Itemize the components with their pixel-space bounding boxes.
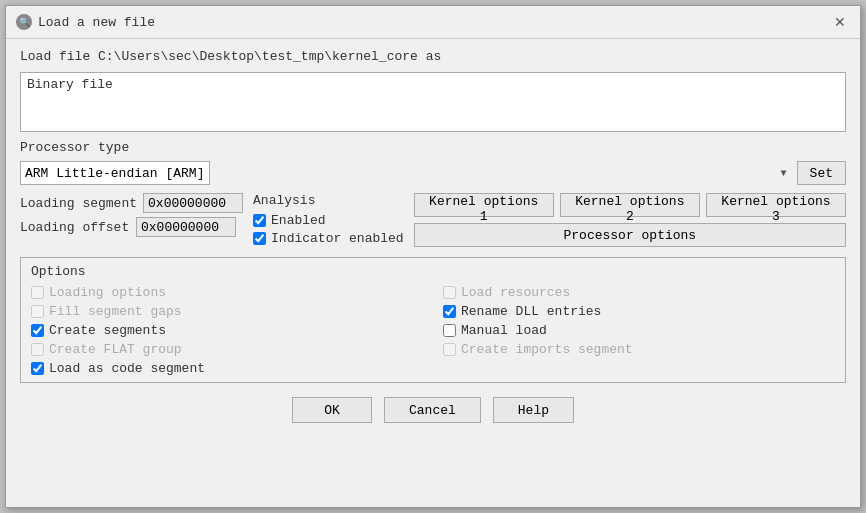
kernel-options-2-button[interactable]: Kernel options 2 — [560, 193, 700, 217]
option-checkbox[interactable] — [31, 362, 44, 375]
option-row-right — [443, 361, 835, 376]
dialog: 🔍 Load a new file ✕ Load file C:\Users\s… — [5, 5, 861, 508]
loading-segment-label: Loading segment — [20, 196, 137, 211]
analysis-section: Analysis Enabled Indicator enabled — [253, 193, 404, 246]
close-button[interactable]: ✕ — [830, 12, 850, 32]
loading-segment-row: Loading segment — [20, 193, 243, 213]
kernel-buttons-row: Kernel options 1 Kernel options 2 Kernel… — [414, 193, 846, 217]
indicator-enabled-checkbox[interactable] — [253, 232, 266, 245]
option-row-right: Manual load — [443, 323, 835, 338]
option-checkbox[interactable] — [31, 324, 44, 337]
option-label: Rename DLL entries — [461, 304, 601, 319]
dialog-title: Load a new file — [38, 15, 155, 30]
loading-offset-row: Loading offset — [20, 217, 243, 237]
kernel-options-1-button[interactable]: Kernel options 1 — [414, 193, 554, 217]
indicator-enabled-row: Indicator enabled — [253, 231, 404, 246]
help-button[interactable]: Help — [493, 397, 574, 423]
option-label: Load as code segment — [49, 361, 205, 376]
option-checkbox — [443, 343, 456, 356]
processor-type-label: Processor type — [20, 140, 846, 155]
option-row-left: Create segments — [31, 323, 423, 338]
indicator-enabled-label[interactable]: Indicator enabled — [271, 231, 404, 246]
middle-row: Loading segment Loading offset Analysis … — [20, 193, 846, 247]
option-checkbox — [31, 305, 44, 318]
option-row-left: Loading options — [31, 285, 423, 300]
option-checkbox[interactable] — [443, 305, 456, 318]
kernel-options-3-button[interactable]: Kernel options 3 — [706, 193, 846, 217]
dialog-body: Load file C:\Users\sec\Desktop\test_tmp\… — [6, 39, 860, 507]
loading-offset-label: Loading offset — [20, 220, 130, 235]
left-fields: Loading segment Loading offset — [20, 193, 243, 237]
loading-offset-input[interactable] — [136, 217, 236, 237]
option-row-right: Rename DLL entries — [443, 304, 835, 319]
processor-select-wrapper: ARM Little-endian [ARM] ▼ — [20, 161, 791, 185]
title-bar-left: 🔍 Load a new file — [16, 14, 155, 30]
analysis-enabled-row: Enabled — [253, 213, 404, 228]
options-title: Options — [31, 264, 835, 279]
option-label: Create segments — [49, 323, 166, 338]
option-row-left: Create FLAT group — [31, 342, 423, 357]
option-checkbox — [443, 286, 456, 299]
app-icon: 🔍 — [16, 14, 32, 30]
option-label: Create imports segment — [461, 342, 633, 357]
processor-select[interactable]: ARM Little-endian [ARM] — [20, 161, 210, 185]
loading-segment-input[interactable] — [143, 193, 243, 213]
processor-type-row: ARM Little-endian [ARM] ▼ Set — [20, 161, 846, 185]
set-button[interactable]: Set — [797, 161, 846, 185]
right-buttons: Kernel options 1 Kernel options 2 Kernel… — [414, 193, 846, 247]
title-bar: 🔍 Load a new file ✕ — [6, 6, 860, 39]
option-label: Loading options — [49, 285, 166, 300]
ok-button[interactable]: OK — [292, 397, 372, 423]
option-checkbox — [31, 343, 44, 356]
option-row-left: Load as code segment — [31, 361, 423, 376]
processor-options-button[interactable]: Processor options — [414, 223, 846, 247]
option-label: Create FLAT group — [49, 342, 182, 357]
option-row-right: Create imports segment — [443, 342, 835, 357]
option-label: Fill segment gaps — [49, 304, 182, 319]
options-grid: Loading optionsLoad resourcesFill segmen… — [31, 285, 835, 376]
binary-textarea[interactable] — [20, 72, 846, 132]
analysis-title: Analysis — [253, 193, 404, 208]
option-checkbox — [31, 286, 44, 299]
option-row-left: Fill segment gaps — [31, 304, 423, 319]
analysis-enabled-label[interactable]: Enabled — [271, 213, 326, 228]
option-checkbox[interactable] — [443, 324, 456, 337]
analysis-enabled-checkbox[interactable] — [253, 214, 266, 227]
option-label: Manual load — [461, 323, 547, 338]
option-row-right: Load resources — [443, 285, 835, 300]
dropdown-arrow-icon: ▼ — [781, 168, 787, 179]
options-section: Options Loading optionsLoad resourcesFil… — [20, 257, 846, 383]
footer: OK Cancel Help — [20, 389, 846, 433]
load-file-label: Load file C:\Users\sec\Desktop\test_tmp\… — [20, 49, 846, 64]
option-label: Load resources — [461, 285, 570, 300]
cancel-button[interactable]: Cancel — [384, 397, 481, 423]
